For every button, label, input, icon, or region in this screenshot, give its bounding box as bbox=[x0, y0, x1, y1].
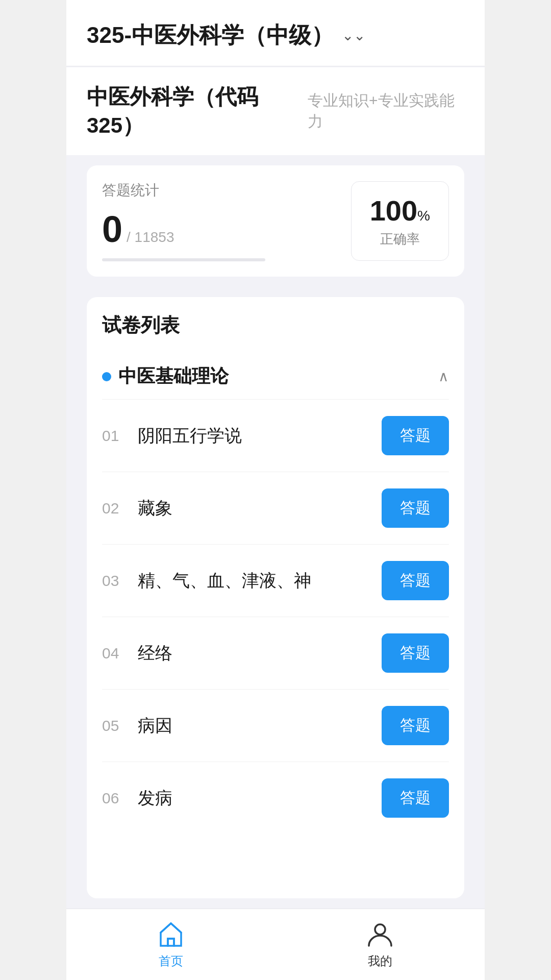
exam-number: 05 bbox=[102, 717, 128, 734]
accuracy-percent: % bbox=[417, 208, 430, 224]
exam-item-left: 05 病因 bbox=[102, 714, 172, 738]
exam-number: 04 bbox=[102, 645, 128, 662]
subtitle-main: 中医外科学（代码325） bbox=[87, 83, 308, 140]
exam-number: 06 bbox=[102, 790, 128, 807]
nav-item-profile[interactable]: 我的 bbox=[276, 920, 485, 969]
exam-number: 02 bbox=[102, 500, 128, 517]
stats-left: 答题统计 0 / 11853 bbox=[102, 181, 351, 261]
home-icon bbox=[157, 920, 185, 949]
header-title-row: 325-中医外科学（中级） ⌄⌄ bbox=[87, 20, 464, 51]
bottom-nav: 首页 我的 bbox=[66, 909, 485, 980]
exam-number: 03 bbox=[102, 572, 128, 590]
nav-item-home[interactable]: 首页 bbox=[66, 920, 276, 969]
list-item: 04 经络 答题 bbox=[102, 617, 449, 690]
exam-item-left: 01 阴阳五行学说 bbox=[102, 424, 242, 448]
stats-numbers: 0 / 11853 bbox=[102, 208, 351, 250]
answer-button-01[interactable]: 答题 bbox=[382, 416, 449, 455]
list-item: 06 发病 答题 bbox=[102, 762, 449, 834]
list-item: 05 病因 答题 bbox=[102, 690, 449, 762]
exam-name: 病因 bbox=[138, 714, 172, 738]
home-label: 首页 bbox=[159, 953, 183, 969]
user-icon bbox=[366, 920, 394, 949]
stats-current: 0 bbox=[102, 208, 122, 250]
list-item: 03 精、气、血、津液、神 答题 bbox=[102, 545, 449, 617]
header-section: 325-中医外科学（中级） ⌄⌄ bbox=[66, 0, 485, 66]
answer-button-04[interactable]: 答题 bbox=[382, 633, 449, 673]
section-title: 试卷列表 bbox=[102, 312, 449, 338]
answer-button-06[interactable]: 答题 bbox=[382, 778, 449, 818]
category-name: 中医基础理论 bbox=[118, 364, 229, 389]
stats-label: 答题统计 bbox=[102, 181, 351, 200]
stats-accuracy-box: 100% 正确率 bbox=[351, 181, 449, 261]
list-item: 01 阴阳五行学说 答题 bbox=[102, 400, 449, 472]
answer-button-05[interactable]: 答题 bbox=[382, 706, 449, 745]
exam-name: 发病 bbox=[138, 787, 172, 810]
exam-list-section: 试卷列表 中医基础理论 ∧ 01 阴阳五行学说 答题 02 藏象 答题 bbox=[87, 297, 464, 898]
accuracy-number-row: 100% bbox=[370, 194, 430, 227]
chevron-down-icon[interactable]: ⌄⌄ bbox=[342, 27, 365, 44]
exam-item-left: 02 藏象 bbox=[102, 497, 172, 520]
category-header[interactable]: 中医基础理论 ∧ bbox=[102, 354, 449, 400]
answer-button-02[interactable]: 答题 bbox=[382, 488, 449, 528]
category-left: 中医基础理论 bbox=[102, 364, 229, 389]
exam-name: 经络 bbox=[138, 642, 172, 665]
list-item: 02 藏象 答题 bbox=[102, 472, 449, 545]
exam-item-left: 04 经络 bbox=[102, 642, 172, 665]
chevron-up-icon[interactable]: ∧ bbox=[438, 368, 449, 385]
exam-name: 藏象 bbox=[138, 497, 172, 520]
phone-container: 325-中医外科学（中级） ⌄⌄ 中医外科学（代码325） 专业知识+专业实践能… bbox=[66, 0, 485, 980]
stats-progress-bar bbox=[102, 258, 265, 261]
header-title: 325-中医外科学（中级） bbox=[87, 20, 334, 51]
subtitle-row: 中医外科学（代码325） 专业知识+专业实践能力 bbox=[66, 67, 485, 155]
stats-card: 答题统计 0 / 11853 100% 正确率 bbox=[87, 165, 464, 277]
exam-item-left: 06 发病 bbox=[102, 787, 172, 810]
exam-name: 精、气、血、津液、神 bbox=[138, 569, 311, 593]
stats-total: / 11853 bbox=[127, 229, 174, 246]
exam-number: 01 bbox=[102, 427, 128, 445]
profile-label: 我的 bbox=[368, 953, 392, 969]
subtitle-desc: 专业知识+专业实践能力 bbox=[308, 90, 464, 132]
svg-point-1 bbox=[375, 924, 385, 935]
exam-name: 阴阳五行学说 bbox=[138, 424, 242, 448]
accuracy-label: 正确率 bbox=[370, 230, 430, 248]
svg-rect-0 bbox=[168, 939, 174, 946]
answer-button-03[interactable]: 答题 bbox=[382, 561, 449, 600]
exam-item-left: 03 精、气、血、津液、神 bbox=[102, 569, 311, 593]
accuracy-number: 100 bbox=[370, 194, 417, 227]
category-dot bbox=[102, 372, 111, 381]
